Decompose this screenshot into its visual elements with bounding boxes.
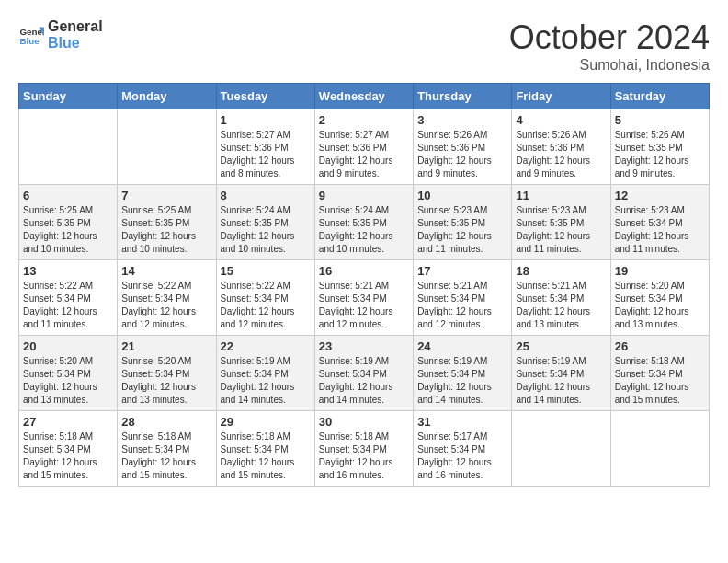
- title-block: October 2024 Sumohai, Indonesia: [509, 18, 710, 74]
- day-info: Sunrise: 5:19 AM Sunset: 5:34 PM Dayligh…: [516, 355, 606, 407]
- calendar-cell: 28Sunrise: 5:18 AM Sunset: 5:34 PM Dayli…: [118, 411, 216, 487]
- day-info: Sunrise: 5:24 AM Sunset: 5:35 PM Dayligh…: [221, 204, 311, 256]
- day-info: Sunrise: 5:22 AM Sunset: 5:34 PM Dayligh…: [23, 280, 113, 331]
- calendar-body: 1Sunrise: 5:27 AM Sunset: 5:36 PM Daylig…: [19, 109, 710, 487]
- day-number: 6: [23, 189, 113, 202]
- day-number: 19: [615, 264, 705, 278]
- calendar-cell: 25Sunrise: 5:19 AM Sunset: 5:34 PM Dayli…: [512, 336, 610, 411]
- header-sunday: Sunday: [19, 84, 118, 109]
- day-number: 13: [23, 264, 113, 278]
- day-number: 16: [319, 264, 409, 278]
- calendar-cell: 18Sunrise: 5:21 AM Sunset: 5:34 PM Dayli…: [512, 260, 610, 336]
- day-number: 1: [221, 113, 311, 127]
- day-info: Sunrise: 5:20 AM Sunset: 5:34 PM Dayligh…: [615, 280, 705, 331]
- calendar-week-4: 27Sunrise: 5:18 AM Sunset: 5:34 PM Dayli…: [19, 411, 710, 487]
- calendar-cell: 27Sunrise: 5:18 AM Sunset: 5:34 PM Dayli…: [19, 411, 118, 487]
- day-number: 12: [615, 189, 705, 202]
- day-info: Sunrise: 5:23 AM Sunset: 5:35 PM Dayligh…: [417, 204, 507, 256]
- day-info: Sunrise: 5:19 AM Sunset: 5:34 PM Dayligh…: [221, 355, 311, 407]
- calendar-cell: 22Sunrise: 5:19 AM Sunset: 5:34 PM Dayli…: [216, 336, 314, 411]
- calendar-cell: 5Sunrise: 5:26 AM Sunset: 5:35 PM Daylig…: [610, 109, 709, 185]
- day-number: 28: [121, 415, 211, 429]
- calendar-cell: 21Sunrise: 5:20 AM Sunset: 5:34 PM Dayli…: [118, 336, 216, 411]
- day-number: 17: [417, 264, 507, 278]
- day-info: Sunrise: 5:23 AM Sunset: 5:34 PM Dayligh…: [615, 204, 705, 256]
- day-info: Sunrise: 5:26 AM Sunset: 5:36 PM Dayligh…: [417, 129, 507, 180]
- day-info: Sunrise: 5:20 AM Sunset: 5:34 PM Dayligh…: [23, 355, 113, 407]
- day-info: Sunrise: 5:27 AM Sunset: 5:36 PM Dayligh…: [221, 129, 311, 180]
- day-number: 8: [221, 189, 311, 202]
- header-wednesday: Wednesday: [314, 84, 413, 109]
- calendar-cell: 26Sunrise: 5:18 AM Sunset: 5:34 PM Dayli…: [610, 336, 709, 411]
- logo-icon: General Blue: [18, 22, 44, 48]
- logo-line2: Blue: [48, 35, 103, 52]
- location-subtitle: Sumohai, Indonesia: [509, 57, 710, 74]
- calendar-cell: 31Sunrise: 5:17 AM Sunset: 5:34 PM Dayli…: [414, 411, 512, 487]
- day-number: 20: [23, 339, 113, 353]
- svg-text:Blue: Blue: [19, 35, 40, 45]
- calendar-cell: 14Sunrise: 5:22 AM Sunset: 5:34 PM Dayli…: [118, 260, 216, 336]
- day-info: Sunrise: 5:25 AM Sunset: 5:35 PM Dayligh…: [23, 204, 113, 256]
- day-number: 3: [417, 113, 507, 127]
- day-info: Sunrise: 5:24 AM Sunset: 5:35 PM Dayligh…: [319, 204, 409, 256]
- day-info: Sunrise: 5:18 AM Sunset: 5:34 PM Dayligh…: [319, 431, 409, 482]
- calendar-cell: 7Sunrise: 5:25 AM Sunset: 5:35 PM Daylig…: [118, 185, 216, 260]
- calendar-cell: 19Sunrise: 5:20 AM Sunset: 5:34 PM Dayli…: [610, 260, 709, 336]
- calendar-cell: [118, 109, 216, 185]
- day-number: 24: [417, 339, 507, 353]
- header-monday: Monday: [118, 84, 216, 109]
- calendar-cell: 1Sunrise: 5:27 AM Sunset: 5:36 PM Daylig…: [216, 109, 314, 185]
- day-number: 14: [121, 264, 211, 278]
- day-number: 11: [516, 189, 606, 202]
- calendar-cell: 30Sunrise: 5:18 AM Sunset: 5:34 PM Dayli…: [314, 411, 413, 487]
- calendar-cell: 16Sunrise: 5:21 AM Sunset: 5:34 PM Dayli…: [314, 260, 413, 336]
- logo-line1: General: [48, 18, 103, 35]
- calendar-cell: 4Sunrise: 5:26 AM Sunset: 5:36 PM Daylig…: [512, 109, 610, 185]
- calendar-cell: [19, 109, 118, 185]
- calendar-cell: 8Sunrise: 5:24 AM Sunset: 5:35 PM Daylig…: [216, 185, 314, 260]
- day-number: 27: [23, 415, 113, 429]
- day-info: Sunrise: 5:26 AM Sunset: 5:35 PM Dayligh…: [615, 129, 705, 180]
- day-info: Sunrise: 5:23 AM Sunset: 5:35 PM Dayligh…: [516, 204, 606, 256]
- day-number: 30: [319, 415, 409, 429]
- day-info: Sunrise: 5:26 AM Sunset: 5:36 PM Dayligh…: [516, 129, 606, 180]
- page-header: General Blue General Blue October 2024 S…: [18, 18, 710, 74]
- calendar-cell: 20Sunrise: 5:20 AM Sunset: 5:34 PM Dayli…: [19, 336, 118, 411]
- day-info: Sunrise: 5:18 AM Sunset: 5:34 PM Dayligh…: [615, 355, 705, 407]
- day-number: 22: [221, 339, 311, 353]
- day-info: Sunrise: 5:21 AM Sunset: 5:34 PM Dayligh…: [319, 280, 409, 331]
- day-number: 29: [221, 415, 311, 429]
- day-info: Sunrise: 5:19 AM Sunset: 5:34 PM Dayligh…: [319, 355, 409, 407]
- calendar-table: Sunday Monday Tuesday Wednesday Thursday…: [18, 83, 710, 487]
- day-number: 26: [615, 339, 705, 353]
- calendar-cell: 11Sunrise: 5:23 AM Sunset: 5:35 PM Dayli…: [512, 185, 610, 260]
- calendar-cell: 29Sunrise: 5:18 AM Sunset: 5:34 PM Dayli…: [216, 411, 314, 487]
- day-number: 10: [417, 189, 507, 202]
- day-number: 15: [221, 264, 311, 278]
- day-info: Sunrise: 5:22 AM Sunset: 5:34 PM Dayligh…: [221, 280, 311, 331]
- calendar-cell: [610, 411, 709, 487]
- day-number: 9: [319, 189, 409, 202]
- calendar-week-1: 6Sunrise: 5:25 AM Sunset: 5:35 PM Daylig…: [19, 185, 710, 260]
- header-saturday: Saturday: [610, 84, 709, 109]
- day-info: Sunrise: 5:22 AM Sunset: 5:34 PM Dayligh…: [121, 280, 211, 331]
- calendar-week-2: 13Sunrise: 5:22 AM Sunset: 5:34 PM Dayli…: [19, 260, 710, 336]
- day-number: 21: [121, 339, 211, 353]
- day-info: Sunrise: 5:25 AM Sunset: 5:35 PM Dayligh…: [121, 204, 211, 256]
- header-thursday: Thursday: [414, 84, 512, 109]
- header-tuesday: Tuesday: [216, 84, 314, 109]
- day-number: 25: [516, 339, 606, 353]
- logo: General Blue General Blue: [18, 18, 103, 51]
- day-number: 23: [319, 339, 409, 353]
- calendar-week-3: 20Sunrise: 5:20 AM Sunset: 5:34 PM Dayli…: [19, 336, 710, 411]
- month-title: October 2024: [509, 18, 710, 57]
- header-row: Sunday Monday Tuesday Wednesday Thursday…: [19, 84, 710, 109]
- day-number: 4: [516, 113, 606, 127]
- calendar-cell: 13Sunrise: 5:22 AM Sunset: 5:34 PM Dayli…: [19, 260, 118, 336]
- day-info: Sunrise: 5:18 AM Sunset: 5:34 PM Dayligh…: [221, 431, 311, 482]
- calendar-cell: 17Sunrise: 5:21 AM Sunset: 5:34 PM Dayli…: [414, 260, 512, 336]
- day-number: 31: [417, 415, 507, 429]
- day-number: 7: [121, 189, 211, 202]
- calendar-week-0: 1Sunrise: 5:27 AM Sunset: 5:36 PM Daylig…: [19, 109, 710, 185]
- calendar-cell: 24Sunrise: 5:19 AM Sunset: 5:34 PM Dayli…: [414, 336, 512, 411]
